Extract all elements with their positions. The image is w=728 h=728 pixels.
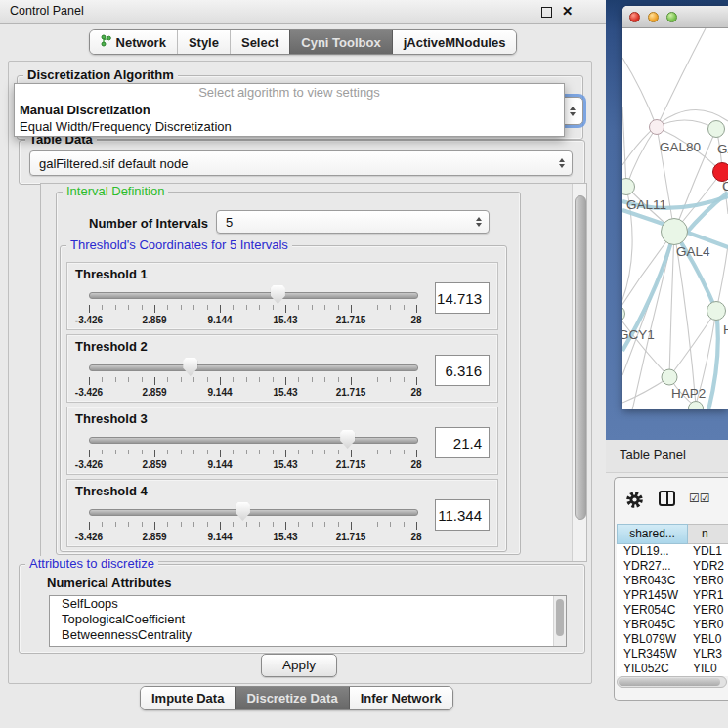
- attributes-group: Attributes to discretize Numerical Attri…: [19, 564, 585, 654]
- network-edge: [622, 314, 669, 377]
- slider-ticks: [89, 305, 416, 314]
- tab-label: Network: [116, 35, 166, 50]
- network-edge: [626, 127, 657, 187]
- slider-track[interactable]: [89, 364, 418, 371]
- node-gal80[interactable]: [650, 120, 664, 135]
- node-upper-right[interactable]: [708, 121, 725, 138]
- tab-jactivemnodules[interactable]: jActiveMNodules: [392, 30, 517, 54]
- bottom-tab-label: Impute Data: [151, 691, 224, 706]
- table-row[interactable]: YBR043CYBR0: [617, 574, 728, 588]
- select-columns-icon[interactable]: ☑☑: [689, 492, 710, 505]
- tick-label: 2.859: [142, 459, 166, 470]
- table-cell: YDR2: [688, 559, 728, 574]
- close-icon[interactable]: ✕: [562, 3, 573, 19]
- float-window-icon[interactable]: [541, 7, 552, 18]
- tick-label: 9.144: [207, 315, 232, 325]
- bottom-tab-discretize-data[interactable]: Discretize Data: [235, 687, 348, 709]
- table-data-combobox[interactable]: galFiltered.sif default node: [29, 150, 573, 176]
- slider-thumb[interactable]: [271, 285, 285, 304]
- table-cell: YPR1: [688, 588, 728, 603]
- tick-label: 21.715: [336, 459, 366, 470]
- node-hap2[interactable]: [662, 369, 677, 385]
- threshold-value-field[interactable]: 11.344: [435, 499, 490, 531]
- slider-ticks: [89, 522, 416, 531]
- interval-scrollbar[interactable]: [572, 184, 586, 561]
- tab-network[interactable]: Network: [90, 30, 177, 54]
- tick-label: 9.144: [207, 532, 232, 542]
- table-row[interactable]: YER054CYER0: [617, 603, 728, 618]
- interval-scrollbar-thumb[interactable]: [575, 195, 586, 520]
- dropdown-item[interactable]: Equal Width/Frequency Discretization: [15, 118, 564, 135]
- network-edge: [622, 58, 657, 127]
- table-row[interactable]: YIL052CYIL0: [617, 662, 728, 676]
- table-row[interactable]: YBR045CYBR0: [617, 618, 728, 632]
- attribute-list-item[interactable]: SelfLoops: [50, 596, 566, 612]
- threshold-panel: Threshold 3-3.4262.8599.14415.4321.71528…: [66, 407, 498, 475]
- close-traffic-light-icon[interactable]: [629, 12, 640, 22]
- tick-label: 2.859: [142, 315, 166, 325]
- slider-thumb[interactable]: [183, 358, 197, 376]
- number-of-intervals-combobox[interactable]: 5: [216, 210, 490, 234]
- zoom-traffic-light-icon[interactable]: [666, 12, 677, 22]
- slider-track[interactable]: [89, 437, 418, 444]
- table-row[interactable]: YDR27...YDR2: [617, 559, 728, 574]
- threshold-value-field[interactable]: 14.713: [435, 282, 490, 314]
- network-canvas[interactable]: GAL80GACGAL11GAL4GCY1HHAP2: [622, 28, 728, 409]
- table-cell: YBL079W: [617, 632, 688, 647]
- numerical-attributes-list[interactable]: SelfLoopsTopologicalCoefficientBetweenne…: [49, 595, 567, 647]
- slider-thumb[interactable]: [236, 502, 250, 521]
- table-row[interactable]: YDL19...YDL1: [617, 544, 728, 559]
- table-row[interactable]: YPR145WYPR1: [617, 588, 728, 603]
- threshold-value-field[interactable]: 6.316: [435, 355, 490, 386]
- dropdown-prompt-item[interactable]: Select algorithm to view settings: [15, 84, 564, 102]
- table-horizontal-scrollbar[interactable]: [617, 676, 727, 688]
- tab-style[interactable]: Style: [177, 30, 230, 54]
- dropdown-item[interactable]: Manual Discretization: [15, 102, 564, 118]
- bottom-tabbar: Impute DataDiscretize DataInfer Network: [140, 686, 453, 710]
- network-node-label: GAL11: [626, 197, 666, 212]
- algorithm-dropdown-popup: Select algorithm to view settings Manual…: [14, 83, 565, 137]
- node-gal4[interactable]: [662, 219, 688, 245]
- attributes-legend: Attributes to discretize: [25, 556, 158, 571]
- network-window-titlebar: [622, 6, 728, 28]
- tab-cyni-toolbox[interactable]: Cyni Toolbox: [289, 30, 391, 54]
- attribute-list-item[interactable]: TopologicalCoefficient: [50, 612, 566, 627]
- split-columns-icon[interactable]: [659, 491, 675, 506]
- network-node-label: GAL80: [660, 140, 701, 154]
- table-data-group: Table Data galFiltered.sif default node: [19, 140, 585, 185]
- attribute-list-item[interactable]: BetweennessCentrality: [50, 627, 566, 643]
- control-panel-titlebar: Control Panel ✕: [0, 0, 606, 24]
- tick-label: -3.426: [75, 532, 103, 542]
- gear-icon[interactable]: [625, 491, 644, 513]
- table-horizontal-scrollbar-thumb[interactable]: [619, 678, 720, 686]
- network-edge-highlighted: [684, 193, 728, 236]
- apply-button[interactable]: Apply: [261, 654, 337, 677]
- slider-thumb[interactable]: [340, 430, 355, 449]
- table-column-header[interactable]: shared...: [617, 524, 688, 544]
- node-gal11[interactable]: [622, 179, 635, 195]
- bottom-tab-impute-data[interactable]: Impute Data: [141, 687, 235, 709]
- bottom-tab-infer-network[interactable]: Infer Network: [349, 687, 452, 709]
- threshold-label: Threshold 2: [75, 339, 148, 354]
- table-panel-box: ☑☑ shared...n YDL19...YDL1YDR27...YDR2YB…: [614, 477, 728, 701]
- attributes-scrollbar[interactable]: [553, 596, 566, 646]
- node-gcy1[interactable]: [622, 306, 625, 322]
- attributes-scrollbar-thumb[interactable]: [556, 599, 564, 636]
- tick-label: 28: [410, 387, 421, 398]
- table-column-header[interactable]: n: [688, 524, 728, 544]
- number-of-intervals-label: Number of Intervals: [89, 216, 208, 231]
- tick-label: 9.144: [207, 459, 232, 470]
- table-cell: YPR145W: [617, 588, 688, 603]
- minimize-traffic-light-icon[interactable]: [648, 12, 659, 22]
- numerical-attributes-label: Numerical Attributes: [47, 576, 171, 590]
- table-row[interactable]: YLR345WYLR3: [617, 647, 728, 662]
- thresholds-group: Threshold's Coordinates for 5 Intervals …: [60, 245, 507, 552]
- node-right-mid[interactable]: [707, 302, 726, 321]
- slider-track[interactable]: [89, 509, 418, 516]
- table-row[interactable]: YBL079WYBL0: [617, 632, 728, 647]
- tab-select[interactable]: Select: [230, 30, 289, 54]
- threshold-value-field[interactable]: 21.4: [435, 427, 490, 458]
- threshold-label: Threshold 3: [75, 411, 148, 426]
- slider-track[interactable]: [89, 292, 418, 299]
- table-cell: YBR043C: [617, 574, 688, 588]
